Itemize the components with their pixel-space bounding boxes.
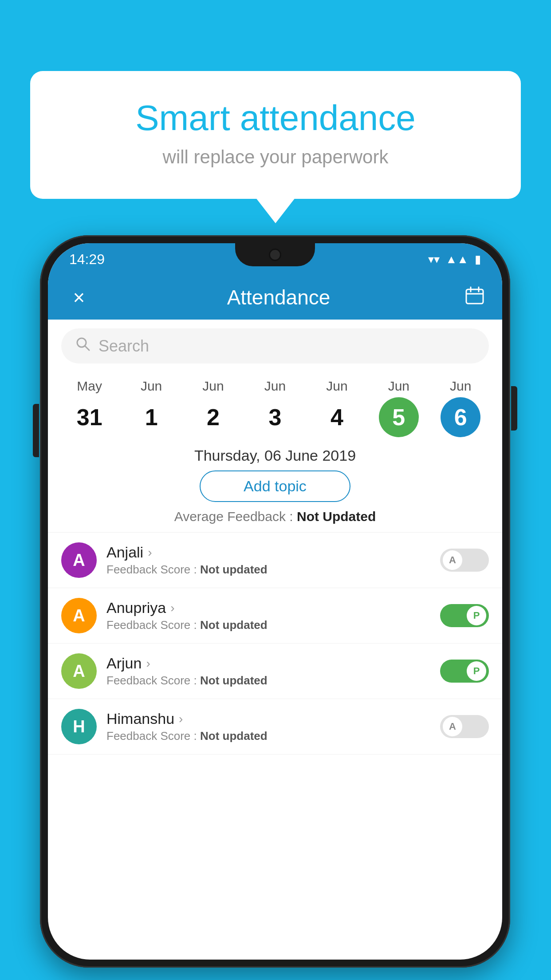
- avg-feedback-value: Not Updated: [297, 509, 376, 524]
- student-item-2[interactable]: AArjun ›Feedback Score : Not updatedP: [48, 644, 502, 699]
- student-name-3: Himanshu ›: [106, 710, 430, 727]
- close-button[interactable]: ×: [66, 285, 92, 309]
- speech-bubble-title: Smart attendance: [66, 98, 485, 138]
- signal-icon: ▲▲: [446, 253, 468, 266]
- student-avatar-0: A: [61, 542, 97, 578]
- battery-icon: ▮: [475, 253, 481, 266]
- date-col-0[interactable]: May31: [70, 379, 110, 437]
- date-col-2[interactable]: Jun2: [193, 379, 233, 437]
- date-day-4[interactable]: 4: [317, 397, 357, 437]
- student-list: AAnjali ›Feedback Score : Not updatedAAA…: [48, 532, 502, 755]
- student-feedback-0: Feedback Score : Not updated: [106, 563, 430, 577]
- attend-toggle-2[interactable]: P: [440, 660, 489, 683]
- speech-bubble-subtitle: will replace your paperwork: [66, 146, 485, 168]
- speech-bubble: Smart attendance will replace your paper…: [30, 71, 521, 199]
- student-name-0: Anjali ›: [106, 544, 430, 561]
- toggle-circle-1: P: [467, 606, 486, 625]
- date-day-6[interactable]: 6: [441, 397, 480, 437]
- date-month-4: Jun: [326, 379, 347, 394]
- search-placeholder: Search: [98, 337, 149, 356]
- app-header: × Attendance: [48, 275, 502, 320]
- student-avatar-3: H: [61, 709, 97, 744]
- date-col-5[interactable]: Jun5: [379, 379, 419, 437]
- student-info-3: Himanshu ›Feedback Score : Not updated: [106, 710, 430, 743]
- phone-frame: 14:29 ▾▾ ▲▲ ▮ × Attendance: [40, 235, 510, 968]
- toggle-circle-0: A: [443, 550, 462, 570]
- date-month-1: Jun: [141, 379, 162, 394]
- student-avatar-2: A: [61, 653, 97, 689]
- attend-toggle-1[interactable]: P: [440, 604, 489, 627]
- date-col-1[interactable]: Jun1: [131, 379, 171, 437]
- phone-wrapper: 14:29 ▾▾ ▲▲ ▮ × Attendance: [40, 235, 510, 968]
- status-icons: ▾▾ ▲▲ ▮: [428, 253, 481, 266]
- date-col-6[interactable]: Jun6: [441, 379, 480, 437]
- svg-rect-0: [466, 289, 483, 304]
- date-day-3[interactable]: 3: [255, 397, 295, 437]
- student-feedback-3: Feedback Score : Not updated: [106, 729, 430, 743]
- student-info-0: Anjali ›Feedback Score : Not updated: [106, 544, 430, 577]
- date-month-3: Jun: [264, 379, 286, 394]
- avg-feedback-prefix: Average Feedback :: [174, 509, 297, 524]
- header-title: Attendance: [227, 285, 331, 309]
- date-month-2: Jun: [202, 379, 224, 394]
- student-chevron-0: ›: [148, 545, 152, 560]
- search-bar[interactable]: Search: [61, 328, 489, 364]
- calendar-icon[interactable]: [465, 286, 484, 309]
- student-feedback-2: Feedback Score : Not updated: [106, 674, 430, 688]
- date-selector: May31Jun1Jun2Jun3Jun4Jun5Jun6: [48, 372, 502, 437]
- student-chevron-2: ›: [146, 656, 150, 671]
- date-col-4[interactable]: Jun4: [317, 379, 357, 437]
- attend-toggle-3[interactable]: A: [440, 715, 489, 738]
- phone-notch: [235, 243, 315, 266]
- date-day-0[interactable]: 31: [70, 397, 110, 437]
- wifi-icon: ▾▾: [428, 253, 440, 266]
- attend-toggle-0[interactable]: A: [440, 549, 489, 572]
- student-chevron-3: ›: [179, 712, 183, 726]
- student-chevron-1: ›: [170, 601, 174, 615]
- date-month-6: Jun: [450, 379, 471, 394]
- svg-line-5: [85, 346, 89, 350]
- student-info-1: Anupriya ›Feedback Score : Not updated: [106, 599, 430, 632]
- student-item-0[interactable]: AAnjali ›Feedback Score : Not updatedA: [48, 533, 502, 588]
- student-item-3[interactable]: HHimanshu ›Feedback Score : Not updatedA: [48, 699, 502, 755]
- search-icon: [75, 336, 91, 356]
- student-avatar-1: A: [61, 598, 97, 633]
- selected-date-label: Thursday, 06 June 2019: [48, 447, 502, 464]
- toggle-circle-2: P: [467, 661, 486, 681]
- student-item-1[interactable]: AAnupriya ›Feedback Score : Not updatedP: [48, 588, 502, 644]
- date-col-3[interactable]: Jun3: [255, 379, 295, 437]
- date-month-0: May: [77, 379, 102, 394]
- student-name-2: Arjun ›: [106, 655, 430, 672]
- toggle-circle-3: A: [443, 717, 462, 736]
- student-info-2: Arjun ›Feedback Score : Not updated: [106, 655, 430, 688]
- student-feedback-1: Feedback Score : Not updated: [106, 618, 430, 632]
- student-name-1: Anupriya ›: [106, 599, 430, 616]
- date-day-1[interactable]: 1: [131, 397, 171, 437]
- date-day-5[interactable]: 5: [379, 397, 419, 437]
- date-day-2[interactable]: 2: [193, 397, 233, 437]
- camera-notch: [269, 249, 281, 261]
- phone-screen: 14:29 ▾▾ ▲▲ ▮ × Attendance: [48, 243, 502, 960]
- add-topic-button[interactable]: Add topic: [200, 470, 350, 502]
- status-time: 14:29: [69, 251, 105, 268]
- date-month-5: Jun: [388, 379, 409, 394]
- avg-feedback: Average Feedback : Not Updated: [48, 509, 502, 524]
